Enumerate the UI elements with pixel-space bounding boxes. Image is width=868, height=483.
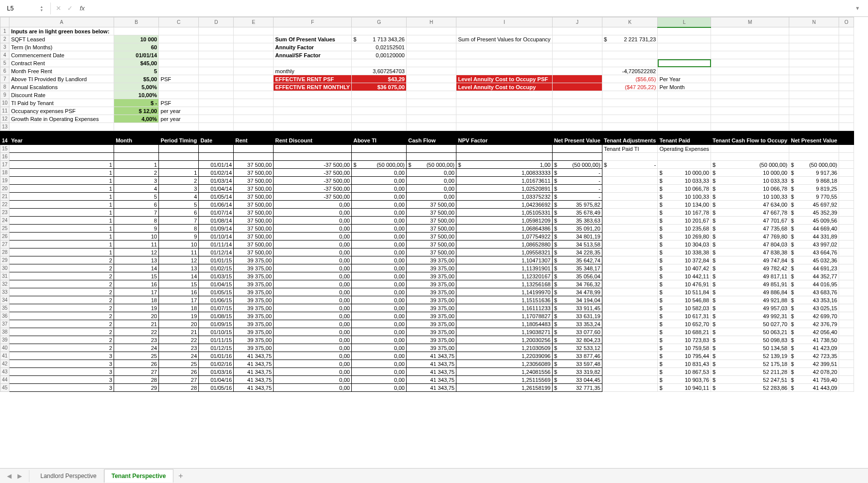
cell[interactable]: 37 500,00	[407, 233, 456, 241]
cell[interactable]: $42 078,20	[789, 368, 839, 376]
cell[interactable]	[552, 123, 602, 131]
cell[interactable]: 0,00	[352, 272, 407, 280]
cell[interactable]: 26	[114, 360, 159, 368]
cell[interactable]	[839, 272, 854, 280]
cell[interactable]: 0,00	[274, 312, 352, 320]
cell[interactable]: 0,00	[352, 360, 407, 368]
cell[interactable]: 01/12/15	[199, 344, 234, 352]
cell[interactable]	[602, 256, 658, 264]
cell[interactable]	[199, 107, 234, 115]
cell[interactable]: $52 283,86	[711, 384, 789, 392]
cell[interactable]: 29	[114, 384, 159, 392]
cell[interactable]: 14	[114, 264, 159, 272]
cell[interactable]	[711, 145, 789, 153]
cell[interactable]: 39 375,00	[407, 320, 456, 328]
cell[interactable]	[552, 107, 602, 115]
cell[interactable]	[352, 153, 407, 161]
cell[interactable]: 28	[114, 376, 159, 384]
cell[interactable]	[602, 320, 658, 328]
cell[interactable]	[711, 91, 789, 99]
cell[interactable]: 39 375,00	[234, 336, 274, 344]
cell[interactable]	[456, 145, 553, 153]
cell[interactable]: 1,18054483	[456, 320, 553, 328]
cell[interactable]: $10 652,70	[658, 320, 711, 328]
cell[interactable]: $43 683,76	[789, 288, 839, 296]
cell[interactable]: $44 669,40	[789, 225, 839, 233]
cell[interactable]	[839, 123, 854, 131]
cell[interactable]: 1,20030256	[456, 336, 553, 344]
cell[interactable]: 41 343,75	[234, 352, 274, 360]
cell[interactable]: $49 851,91	[711, 280, 789, 288]
cell[interactable]	[711, 99, 789, 107]
cell[interactable]: 18	[159, 304, 199, 312]
cell[interactable]: $(50 000,00)	[552, 161, 602, 169]
cell[interactable]: $44 331,89	[789, 233, 839, 241]
cell[interactable]: 01/01/14	[114, 51, 159, 59]
cell[interactable]: $52 175,18	[711, 360, 789, 368]
cell[interactable]	[658, 35, 711, 43]
cell[interactable]: 2	[9, 312, 114, 320]
cell[interactable]: 5	[159, 201, 199, 209]
cell[interactable]: 37 500,00	[407, 217, 456, 225]
cell[interactable]: $52 211,28	[711, 368, 789, 376]
row-header[interactable]: 10	[0, 99, 9, 107]
cell[interactable]: 2	[9, 264, 114, 272]
cell[interactable]: 01/10/14	[199, 233, 234, 241]
cell[interactable]: 1,08652880	[456, 241, 553, 248]
cell[interactable]: 27	[114, 368, 159, 376]
cell[interactable]	[602, 272, 658, 280]
cell[interactable]: 11	[159, 248, 199, 256]
cell[interactable]: $50 134,58	[711, 344, 789, 352]
cell[interactable]	[789, 123, 839, 131]
cell[interactable]: $10 000,00	[711, 169, 789, 177]
cell[interactable]: 1	[159, 169, 199, 177]
cell[interactable]: 60	[114, 43, 159, 51]
cell[interactable]: Term (In Months)	[9, 43, 114, 51]
cell[interactable]	[352, 123, 407, 131]
row-header[interactable]: 34	[0, 296, 9, 304]
cell[interactable]	[839, 131, 854, 145]
cell[interactable]: 0,00	[274, 296, 352, 304]
col-header[interactable]: H	[407, 17, 456, 27]
cell[interactable]	[839, 336, 854, 344]
cell[interactable]: 39 375,00	[407, 304, 456, 312]
cell[interactable]: $44 352,77	[789, 272, 839, 280]
cell[interactable]	[199, 27, 234, 35]
cell[interactable]: 0,00	[274, 328, 352, 336]
cell[interactable]	[274, 59, 352, 67]
cell[interactable]: 7	[159, 217, 199, 225]
cell[interactable]	[839, 51, 854, 59]
cell[interactable]: 0,00	[352, 320, 407, 328]
cell[interactable]	[789, 43, 839, 51]
cell[interactable]: Tenant Adjustments	[602, 131, 658, 145]
cell[interactable]	[602, 352, 658, 360]
cell[interactable]: 2	[9, 288, 114, 296]
cell[interactable]: $10 033,33	[658, 177, 711, 185]
cell[interactable]	[234, 91, 274, 99]
cell[interactable]: $10 582,03	[658, 304, 711, 312]
cell[interactable]	[602, 177, 658, 185]
cell[interactable]: 15	[159, 280, 199, 288]
cell[interactable]: $10 235,68	[658, 225, 711, 233]
cell[interactable]: 1	[9, 217, 114, 225]
col-header[interactable]: A	[9, 17, 114, 27]
cell[interactable]: $42 056,40	[789, 328, 839, 336]
cell[interactable]	[839, 161, 854, 169]
col-header[interactable]: F	[274, 17, 352, 27]
col-header[interactable]: G	[352, 17, 407, 27]
cell[interactable]: 0,00	[274, 272, 352, 280]
cell[interactable]: 0,00	[274, 384, 352, 392]
cell[interactable]	[658, 99, 711, 107]
row-header[interactable]: 23	[0, 209, 9, 217]
cell[interactable]: $42 376,79	[789, 320, 839, 328]
row-header[interactable]: 9	[0, 91, 9, 99]
cell[interactable]: 2	[9, 328, 114, 336]
cell[interactable]	[407, 27, 456, 35]
cell[interactable]	[199, 75, 234, 83]
cell[interactable]	[839, 107, 854, 115]
cell[interactable]: Per Year	[658, 75, 711, 83]
cell[interactable]: 0,00	[352, 344, 407, 352]
cell[interactable]: 39 375,00	[407, 328, 456, 336]
cell[interactable]: $ -	[114, 99, 159, 107]
cell[interactable]	[602, 107, 658, 115]
